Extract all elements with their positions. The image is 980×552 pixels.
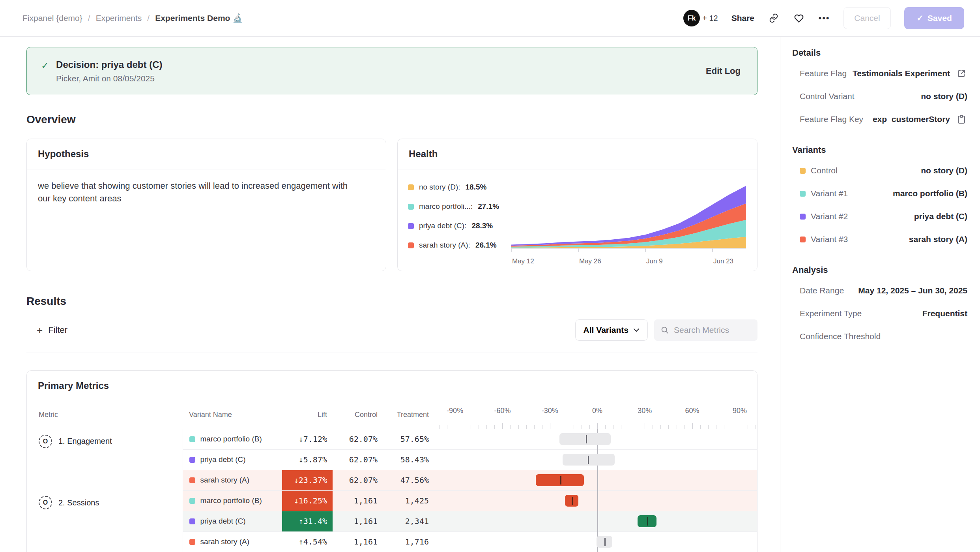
share-button[interactable]: Share (731, 13, 754, 23)
variant-color-swatch (800, 168, 806, 174)
health-title: Health (398, 139, 757, 169)
details-section-title: Details (792, 48, 967, 58)
col-treatment: Treatment (383, 401, 434, 429)
primary-metrics-title: Primary Metrics (27, 371, 757, 401)
more-options-icon[interactable]: ••• (818, 12, 830, 24)
breadcrumb: Fixpanel {demo} / Experiments / Experime… (22, 13, 243, 23)
col-variant-name: Variant Name (183, 401, 282, 429)
lift-value: ↓23.37% (282, 470, 333, 490)
control-value: 1,161 (333, 511, 383, 531)
treatment-value: 57.65% (383, 429, 434, 449)
svg-text:Jun 23: Jun 23 (713, 257, 733, 265)
breadcrumb-separator: / (147, 13, 150, 23)
metric-cell[interactable]: O 2. Sessions (27, 490, 183, 552)
variant-color-swatch (800, 214, 806, 220)
metric-badge-icon: O (39, 435, 52, 448)
feature-flag-value[interactable]: Testimonials Experiment (853, 69, 950, 78)
variant-name: marco portfolio (B) (200, 496, 262, 505)
date-range-value: May 12, 2025 – Jun 30, 2025 (858, 286, 967, 295)
lift-value: ↑31.4% (282, 511, 333, 531)
copy-link-icon[interactable] (768, 12, 780, 24)
variants-section-title: Variants (792, 145, 967, 155)
lift-value: ↓7.12% (282, 429, 333, 449)
copy-icon[interactable] (956, 113, 967, 125)
top-bar: Fixpanel {demo} / Experiments / Experime… (0, 0, 980, 37)
lift-value: ↓16.25% (282, 491, 333, 511)
hypothesis-title: Hypothesis (27, 139, 386, 169)
confidence-interval-bar (434, 531, 757, 552)
date-range-row: Date Range May 12, 2025 – Jun 30, 2025 (792, 279, 967, 302)
confidence-interval-bar (434, 490, 757, 511)
results-heading: Results (26, 295, 757, 308)
confidence-interval-bar (434, 470, 757, 490)
variant-color-swatch (800, 191, 806, 197)
metrics-search[interactable] (654, 319, 757, 341)
feature-flag-key-value: exp_customerStory (873, 115, 950, 124)
favorite-icon[interactable] (793, 12, 805, 24)
lift-value: ↑4.54% (282, 532, 333, 552)
metric-cell[interactable]: O 1. Engagement (27, 429, 183, 490)
legend-item: priya debt (C): 28.3% (408, 222, 511, 230)
variant-name: sarah story (A) (200, 476, 250, 484)
control-variant-row: Control Variant no story (D) (792, 85, 967, 108)
variant-color-swatch (189, 518, 195, 524)
variant-name: priya debt (C) (200, 455, 246, 464)
treatment-value: 2,341 (383, 511, 434, 531)
breadcrumb-project[interactable]: Fixpanel {demo} (22, 13, 82, 23)
health-legend: no story (D): 18.5% marco portfoli...: 2… (408, 177, 511, 270)
decision-title: Decision: priya debt (C) (56, 59, 162, 70)
col-control: Control (333, 401, 383, 429)
breadcrumb-experiments[interactable]: Experiments (96, 13, 142, 23)
variant-color-swatch (189, 498, 195, 504)
hypothesis-card: Hypothesis we believe that showing custo… (26, 139, 386, 271)
add-filter-button[interactable]: + Filter (26, 324, 67, 336)
edit-log-button[interactable]: Edit Log (706, 66, 741, 76)
external-link-icon[interactable] (956, 68, 967, 79)
search-icon (660, 326, 669, 334)
variant-color-swatch (408, 204, 414, 210)
variants-dropdown[interactable]: All Variants (575, 319, 648, 341)
check-icon: ✓ (916, 13, 924, 23)
saved-button[interactable]: ✓ Saved (904, 7, 964, 29)
legend-item: marco portfoli...: 27.1% (408, 202, 511, 211)
collaborators[interactable]: Fk + 12 (683, 10, 718, 26)
control-value: 1,161 (333, 490, 383, 511)
avatar[interactable]: Fk (683, 10, 700, 26)
variant-row: Variant #3 sarah story (A) (792, 228, 967, 251)
variant-color-swatch (408, 184, 414, 190)
legend-item: sarah story (A): 26.1% (408, 241, 511, 250)
collaborator-count: + 12 (702, 14, 718, 23)
treatment-value: 1,716 (383, 531, 434, 552)
confidence-interval-bar (434, 511, 757, 531)
control-value: 1,161 (333, 531, 383, 552)
control-value: 62.07% (333, 470, 383, 490)
variant-color-swatch (408, 242, 414, 248)
decision-banner: ✓ Decision: priya debt (C) Picker, Amit … (26, 47, 757, 95)
variant-name: priya debt (C) (200, 517, 246, 526)
variant-color-swatch (408, 223, 414, 229)
treatment-value: 58.43% (383, 449, 434, 470)
health-stacked-area-chart: May 12May 26Jun 9Jun 23 (511, 177, 747, 270)
details-sidebar: Details Feature Flag Testimonials Experi… (780, 37, 980, 552)
variant-name: marco portfolio (B) (200, 435, 262, 443)
breadcrumb-separator: / (88, 13, 90, 23)
variant-color-swatch (189, 436, 195, 442)
table-row[interactable]: O 1. Engagement marco portfolio (B) ↓7.1… (27, 429, 757, 449)
variant-row: Variant #2 priya debt (C) (792, 205, 967, 228)
check-icon: ✓ (41, 59, 49, 83)
variant-row: Control no story (D) (792, 159, 967, 182)
plus-icon: + (37, 324, 43, 336)
lift-axis: -90%-60%-30%0%30%60%90% (434, 401, 757, 429)
metrics-table: Metric Variant Name Lift Control Treatme… (27, 401, 757, 552)
search-input[interactable] (674, 325, 749, 335)
treatment-value: 1,425 (383, 490, 434, 511)
metric-badge-icon: O (39, 496, 52, 509)
confidence-interval-bar (434, 429, 757, 449)
control-variant-value: no story (D) (921, 92, 967, 101)
legend-item: no story (D): 18.5% (408, 183, 511, 192)
svg-text:Jun 9: Jun 9 (646, 257, 663, 265)
cancel-button[interactable]: Cancel (843, 7, 891, 29)
variant-color-swatch (189, 477, 195, 483)
experiment-type-row: Experiment Type Frequentist (792, 302, 967, 325)
table-row[interactable]: O 2. Sessions marco portfolio (B) ↓16.25… (27, 490, 757, 511)
